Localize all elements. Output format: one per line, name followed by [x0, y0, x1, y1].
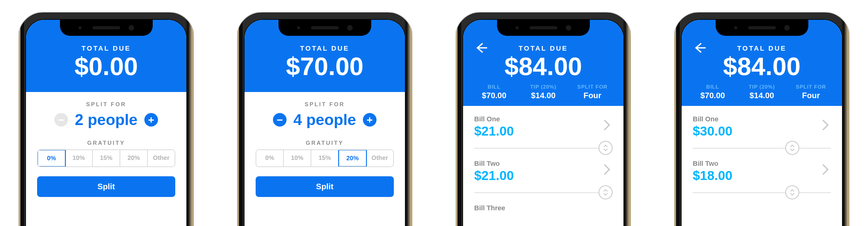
- back-button[interactable]: [693, 41, 706, 55]
- slider-thumb[interactable]: [785, 141, 799, 155]
- bill-amount: $21.00: [474, 168, 612, 183]
- breakdown-bill: BILL $70.00: [471, 84, 517, 100]
- chevron-up-icon: [603, 145, 608, 148]
- chevron-down-icon: [603, 193, 608, 196]
- slider-track: [693, 192, 831, 193]
- gratuity-option-other[interactable]: Other: [366, 150, 393, 166]
- breakdown-bill-label: BILL: [690, 84, 736, 90]
- chevron-down-icon: [603, 148, 608, 151]
- chevron-down-icon: [790, 193, 795, 196]
- breakdown-bill: BILL $70.00: [690, 84, 736, 100]
- breakdown-split-label: SPLIT FOR: [569, 84, 616, 90]
- gratuity-option-20[interactable]: 20%: [338, 149, 367, 167]
- chevron-down-icon: [790, 148, 795, 151]
- breakdown-split-value: Four: [569, 91, 616, 100]
- breakdown-tip-value: $14.00: [520, 91, 566, 100]
- gratuity-option-20[interactable]: 20%: [120, 150, 148, 166]
- bill-amount: $21.00: [474, 124, 612, 139]
- phone-mockup-1: TOTAL DUE $0.00 SPLIT FOR − 2 people + G…: [19, 12, 194, 226]
- bill-row[interactable]: Bill Two $21.00: [474, 155, 612, 185]
- bill-slider[interactable]: [474, 141, 612, 155]
- slider-track: [474, 148, 612, 149]
- mockup-stage: TOTAL DUE $0.00 SPLIT FOR − 2 people + G…: [0, 0, 868, 226]
- people-stepper: − 4 people +: [256, 111, 394, 129]
- decrease-people-button: −: [54, 113, 68, 126]
- phone-mockup-4: TOTAL DUE $84.00 BILL $70.00 TIP (20%) $…: [674, 12, 849, 226]
- breakdown-split-label: SPLIT FOR: [788, 84, 834, 90]
- gratuity-segmented-control[interactable]: 0% 10% 15% 20% Other: [37, 149, 175, 167]
- bill-name: Bill Three: [474, 204, 612, 212]
- breakdown-split: SPLIT FOR Four: [788, 84, 834, 100]
- gratuity-segmented-control[interactable]: 0% 10% 15% 20% Other: [256, 149, 394, 167]
- breakdown-tip-label: TIP (20%): [739, 84, 785, 90]
- gratuity-option-10[interactable]: 10%: [284, 150, 311, 166]
- chevron-right-icon: [821, 163, 830, 177]
- chevron-right-icon: [821, 119, 830, 133]
- bill-name: Bill Two: [693, 160, 831, 167]
- split-button[interactable]: Split: [37, 176, 175, 197]
- back-arrow-icon: [475, 41, 488, 54]
- gratuity-option-15[interactable]: 15%: [93, 150, 120, 166]
- gratuity-label: GRATUITY: [256, 140, 394, 146]
- back-button[interactable]: [475, 41, 488, 55]
- phone-mockup-2: TOTAL DUE $70.00 SPLIT FOR − 4 people + …: [237, 12, 412, 226]
- gratuity-option-other[interactable]: Other: [148, 150, 175, 166]
- gratuity-option-0[interactable]: 0%: [256, 150, 284, 166]
- gratuity-option-0[interactable]: 0%: [37, 149, 66, 167]
- chevron-up-icon: [603, 189, 608, 192]
- chevron-right-icon: [602, 119, 611, 133]
- total-due-label: TOTAL DUE: [245, 44, 405, 52]
- increase-people-button[interactable]: +: [144, 113, 158, 126]
- breakdown-split: SPLIT FOR Four: [569, 84, 616, 100]
- screen: TOTAL DUE $84.00 BILL $70.00 TIP (20%) $…: [682, 20, 842, 226]
- bills-list: Bill One $30.00 Bill Two $18.00: [682, 106, 842, 200]
- split-for-label: SPLIT FOR: [37, 101, 175, 108]
- slider-track: [693, 148, 831, 149]
- device-notch: [60, 20, 153, 36]
- breakdown-tip-label: TIP (20%): [520, 84, 566, 90]
- screen: TOTAL DUE $0.00 SPLIT FOR − 2 people + G…: [26, 20, 186, 226]
- gratuity-option-15[interactable]: 15%: [311, 150, 339, 166]
- chevron-right-icon: [602, 163, 611, 177]
- gratuity-label: GRATUITY: [37, 140, 175, 146]
- bill-name: Bill One: [474, 115, 612, 123]
- total-due-label: TOTAL DUE: [26, 44, 186, 52]
- split-button[interactable]: Split: [256, 176, 394, 197]
- back-arrow-icon: [693, 41, 706, 54]
- breakdown-row: BILL $70.00 TIP (20%) $14.00 SPLIT FOR F…: [682, 80, 842, 106]
- chevron-up-icon: [790, 145, 795, 148]
- bill-row[interactable]: Bill One $30.00: [693, 111, 831, 141]
- bill-row[interactable]: Bill Three: [474, 200, 612, 214]
- total-due-amount: $70.00: [245, 53, 405, 80]
- bill-row[interactable]: Bill Two $18.00: [693, 155, 831, 185]
- slider-thumb[interactable]: [598, 185, 613, 199]
- device-notch: [716, 20, 808, 36]
- bill-amount: $30.00: [693, 124, 831, 139]
- bill-slider[interactable]: [693, 141, 831, 155]
- breakdown-tip: TIP (20%) $14.00: [520, 84, 566, 100]
- total-due-amount: $84.00: [463, 53, 623, 80]
- bill-name: Bill Two: [474, 160, 612, 167]
- bill-name: Bill One: [693, 115, 831, 123]
- screen: TOTAL DUE $84.00 BILL $70.00 TIP (20%) $…: [463, 20, 623, 226]
- device-notch: [279, 20, 371, 36]
- slider-thumb[interactable]: [785, 185, 799, 199]
- split-for-label: SPLIT FOR: [256, 101, 394, 108]
- breakdown-bill-value: $70.00: [471, 91, 517, 100]
- breakdown-bill-value: $70.00: [690, 91, 736, 100]
- bill-amount: $18.00: [693, 168, 831, 183]
- phone-mockup-3: TOTAL DUE $84.00 BILL $70.00 TIP (20%) $…: [456, 12, 631, 226]
- breakdown-tip-value: $14.00: [739, 91, 785, 100]
- bill-slider[interactable]: [693, 185, 831, 200]
- breakdown-row: BILL $70.00 TIP (20%) $14.00 SPLIT FOR F…: [463, 80, 623, 106]
- slider-track: [474, 192, 612, 193]
- total-due-amount: $0.00: [26, 53, 186, 80]
- bill-row[interactable]: Bill One $21.00: [474, 111, 612, 141]
- breakdown-tip: TIP (20%) $14.00: [739, 84, 785, 100]
- increase-people-button[interactable]: +: [363, 113, 376, 126]
- slider-thumb[interactable]: [598, 141, 613, 155]
- bill-slider[interactable]: [474, 185, 612, 200]
- device-notch: [497, 20, 590, 36]
- gratuity-option-10[interactable]: 10%: [65, 150, 93, 166]
- decrease-people-button[interactable]: −: [273, 113, 286, 126]
